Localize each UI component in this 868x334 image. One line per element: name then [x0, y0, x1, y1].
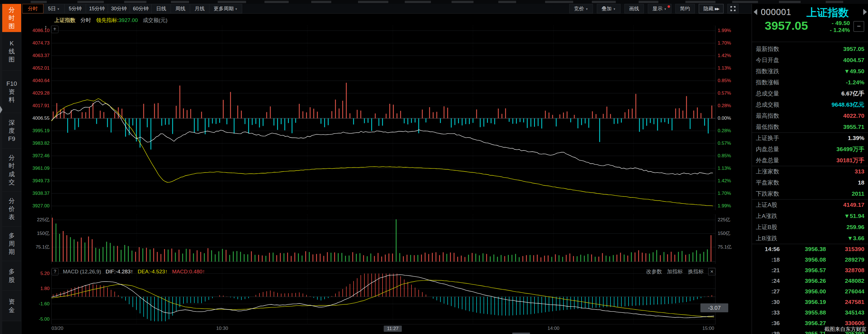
percent-axis-label: 1.13% [718, 65, 748, 71]
macd-indicator-name: MACD (12,26,9) [63, 269, 101, 275]
percent-axis-label: 0.28% [718, 103, 748, 109]
sidebar-item-5[interactable]: 分时成交 [2, 149, 21, 191]
macd-action-加指标[interactable]: 加指标 [667, 268, 683, 275]
stat-row: 最新指数3957.05 [756, 43, 864, 55]
quote-title-row: 000001 上证指数 [752, 6, 868, 18]
percent-axis-label: 1.13% [718, 165, 748, 171]
stat-row: 上证A股4149.17 [756, 199, 864, 210]
price-axis-label: 4029.28 [22, 90, 50, 96]
price-axis-label: 3927.00 [22, 203, 50, 209]
tab-60分钟[interactable]: 60分钟 [130, 4, 152, 13]
button-叠加[interactable]: 叠加▼ [597, 4, 621, 13]
stat-row: 总成交额9648.63亿元 [756, 99, 864, 110]
macd-close-icon[interactable]: ✕ [708, 268, 715, 275]
button-简约[interactable]: 简约 [675, 4, 695, 13]
percent-axis-label: 1.99% [718, 28, 748, 33]
tab-15分钟[interactable]: 15分钟 [86, 4, 108, 13]
sidebar-item-3[interactable]: F10资料 [2, 71, 21, 113]
price-axis-label: 4040.64 [22, 78, 50, 84]
stat-row: 总成交量6.67亿手 [756, 88, 864, 99]
price-axis-label: 3972.46 [22, 153, 50, 159]
sidebar-item-2[interactable]: K线图 [2, 32, 21, 71]
chevron-down-icon: ▼ [585, 7, 588, 10]
stat-row: 指数涨幅-1.24% [756, 77, 864, 88]
next-stock-icon[interactable] [863, 9, 867, 15]
tab-月线[interactable]: 月线 [190, 4, 209, 13]
time-axis-label: 15:00 [702, 326, 714, 331]
percent-axis-label: 0.57% [718, 141, 748, 146]
sidebar-item-6[interactable]: 分价表 [2, 191, 21, 226]
tick-row: :333955.88345143 [756, 307, 864, 318]
tab-5分钟[interactable]: 5分钟 [65, 4, 86, 13]
macd-action-改参数[interactable]: 改参数 [646, 268, 662, 275]
tab-分时[interactable]: 分时 [22, 4, 43, 13]
button-竞价[interactable]: 竞价▼ [569, 4, 593, 13]
price-axis-label: 3961.09 [22, 165, 50, 171]
price-axis-label: 3938.37 [22, 191, 50, 196]
tab-5日[interactable]: 5日▼ [43, 4, 65, 13]
time-axis-label: 10:30 [216, 326, 228, 331]
time-axis-label: 03/20 [52, 326, 63, 331]
tab-日线[interactable]: 日线 [152, 4, 171, 13]
stat-row: 外盘总量30181万手 [756, 155, 864, 166]
tick-row: :183956.08289279 [756, 254, 864, 265]
price-axis-label: 4017.91 [22, 103, 50, 109]
macd-header: ? MACD (12,26,9) DIF:-4.283↑ DEA:-4.523↑… [52, 268, 715, 275]
sidebar-item-7[interactable]: 多周期 [2, 226, 21, 261]
stat-row: 上证B股259.96 [756, 221, 864, 233]
stat-row: 最低指数3955.71 [756, 121, 864, 132]
change-percent: - 1.24% [822, 26, 850, 33]
percent-axis-label: 1.70% [718, 191, 748, 196]
stat-row: 下跌家数2011 [756, 188, 864, 199]
bottom-scrollbar[interactable] [512, 333, 530, 334]
double-chevron-icon: ▶▶ [715, 7, 719, 11]
tab-30分钟[interactable]: 30分钟 [108, 4, 130, 13]
tick-row: 14:563956.38315390 [756, 244, 864, 254]
macd-help-button[interactable]: ? [52, 268, 58, 275]
volume-axis-label: 225亿 [718, 217, 748, 223]
button-显示[interactable]: 显示▼ [648, 4, 672, 13]
tab-周线[interactable]: 周线 [171, 4, 190, 13]
percent-axis-label: 0.00% [718, 116, 748, 121]
sidebar-item-4[interactable]: 深度F9 [2, 113, 21, 149]
percent-axis-label: 0.85% [718, 153, 748, 159]
zoom-plus-icon[interactable]: + [51, 26, 58, 33]
stat-row: 最高指数4022.70 [756, 110, 864, 121]
button-隐藏[interactable]: 隐藏▶▶ [699, 4, 723, 13]
macd-axis-label: -1.60 [22, 301, 50, 307]
percent-axis-label: 1.42% [718, 178, 748, 184]
change-amount: - 49.50 [822, 20, 850, 26]
leading-indicator-label: 领先指标: [96, 17, 119, 23]
price-axis-label: 4086.10 [22, 28, 50, 33]
chart-tool-buttons: 竞价▼叠加▼画线显示▼简约隐藏▶▶ [569, 4, 739, 13]
watermark: 截图来自东方财富 [824, 326, 867, 333]
minimize-button[interactable]: − [854, 21, 864, 32]
price-axis-label: 3983.82 [22, 141, 50, 146]
left-collapse-rail [0, 4, 2, 334]
volume-axis-label: 75.1亿 [22, 244, 50, 250]
fullscreen-icon[interactable] [727, 4, 739, 13]
percent-axis-label: 1.42% [718, 53, 748, 58]
stat-row: 上涨家数313 [756, 166, 864, 177]
stat-row: 平盘家数18 [756, 177, 864, 188]
macd-dea-value: DEA:-4.523↑ [138, 269, 168, 275]
quote-panel: 000001 上证指数 3957.05 - 49.50 - 1.24% − 最新… [752, 4, 868, 334]
macd-action-换指标[interactable]: 换指标 [688, 268, 704, 275]
sidebar-item-1[interactable]: 分时图 [2, 4, 21, 32]
stat-row: 上A涨跌▼51.94 [756, 210, 864, 221]
prev-stock-icon[interactable] [753, 9, 757, 15]
stock-code: 000001 [761, 7, 791, 17]
percent-axis-label: 1.99% [718, 203, 748, 209]
button-画线[interactable]: 画线 [624, 4, 644, 13]
macd-axis-label: 1.80 [22, 286, 50, 292]
macd-axis-label: 5.20 [22, 271, 50, 276]
price-change: - 49.50 - 1.24% [822, 20, 850, 33]
left-sidebar: 分时图K线图F10资料深度F9分时成交分价表多周期多股资金 [2, 4, 22, 334]
price-axis-label: 3949.73 [22, 178, 50, 184]
tab-更多周期[interactable]: 更多周期▼ [209, 4, 242, 13]
stat-row: 上证换手1.39% [756, 132, 864, 144]
volume-axis-label: 75.1亿 [718, 244, 748, 250]
sidebar-item-8[interactable]: 多股 [2, 261, 21, 291]
price-axis-label: 4063.37 [22, 53, 50, 58]
sidebar-item-9[interactable]: 资金 [2, 291, 21, 321]
